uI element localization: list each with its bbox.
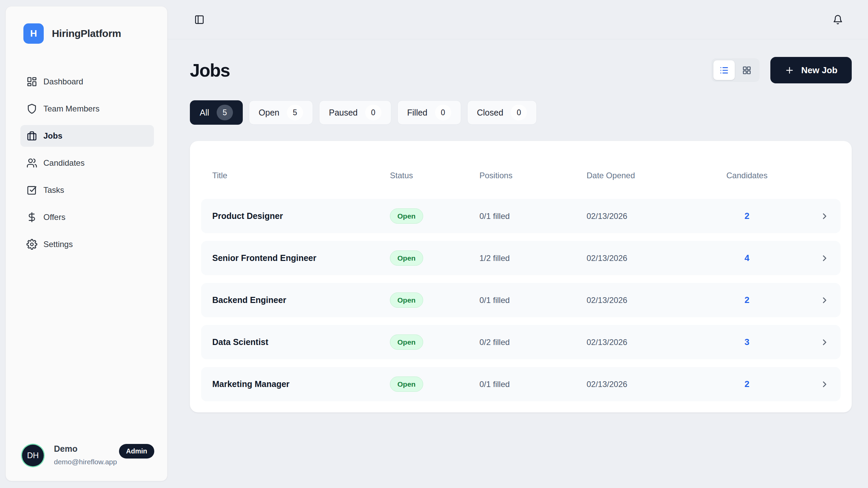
sidebar: H HiringPlatform Dashboard Team Members … xyxy=(5,6,167,481)
plus-icon xyxy=(785,65,794,75)
chevron-right-icon[interactable] xyxy=(820,380,829,389)
positions-filled: 0/2 filled xyxy=(479,338,587,347)
notifications-button[interactable] xyxy=(833,15,843,25)
dollar-icon xyxy=(26,212,37,223)
sidebar-item-label: Offers xyxy=(43,212,65,222)
filter-button[interactable]: Closed 0 xyxy=(467,100,537,125)
sidebar-item-candidates[interactable]: Candidates xyxy=(20,152,154,174)
sidebar-item-label: Jobs xyxy=(43,131,62,141)
chevron-right-icon[interactable] xyxy=(820,253,829,263)
column-header-candidates: Candidates xyxy=(722,171,772,180)
table-body: Product Designer Open 0/1 filled 02/13/2… xyxy=(201,199,841,401)
sidebar-item-settings[interactable]: Settings xyxy=(20,233,154,255)
filter-button[interactable]: Filled 0 xyxy=(397,100,461,125)
date-opened: 02/13/2026 xyxy=(587,338,722,347)
filter-label: Open xyxy=(259,108,279,118)
panel-left-icon xyxy=(194,15,204,25)
gear-icon xyxy=(26,239,37,250)
filter-label: Closed xyxy=(477,108,504,118)
candidates-count-link[interactable]: 2 xyxy=(722,295,772,305)
list-icon xyxy=(719,66,729,75)
user-email: demo@hireflow.app xyxy=(54,458,154,466)
chevron-right-icon[interactable] xyxy=(820,338,829,347)
job-title: Backend Engineer xyxy=(212,295,390,305)
sidebar-item-tasks[interactable]: Tasks xyxy=(20,179,154,201)
filter-count-badge: 5 xyxy=(217,105,233,120)
filter-count-badge: 5 xyxy=(287,105,303,120)
sidebar-item-team-members[interactable]: Team Members xyxy=(20,98,154,120)
sidebar-item-label: Team Members xyxy=(43,104,99,114)
filter-button[interactable]: Paused 0 xyxy=(319,100,391,125)
job-title: Data Scientist xyxy=(212,337,390,347)
main-area: Jobs xyxy=(167,0,868,488)
brand: H HiringPlatform xyxy=(6,6,167,44)
chevron-right-icon[interactable] xyxy=(820,296,829,305)
status-badge: Open xyxy=(390,250,423,266)
avatar: DH xyxy=(22,445,44,466)
status-filters: All 5 Open 5 Paused 0 Filled 0 Closed 0 xyxy=(190,100,852,125)
role-badge: Admin xyxy=(119,444,154,459)
candidates-count-link[interactable]: 4 xyxy=(722,253,772,263)
table-header-row: Title Status Positions Date Opened Candi… xyxy=(201,152,841,199)
table-row[interactable]: Product Designer Open 0/1 filled 02/13/2… xyxy=(201,199,841,233)
sidebar-item-offers[interactable]: Offers xyxy=(20,206,154,228)
app-logo: H xyxy=(23,23,44,44)
table-row[interactable]: Data Scientist Open 0/2 filled 02/13/202… xyxy=(201,325,841,359)
new-job-label: New Job xyxy=(801,65,837,76)
filter-label: All xyxy=(200,108,209,118)
page-title: Jobs xyxy=(190,60,230,81)
date-opened: 02/13/2026 xyxy=(587,211,722,221)
view-toggle xyxy=(711,58,760,82)
status-badge: Open xyxy=(390,377,423,392)
status-badge: Open xyxy=(390,292,423,308)
briefcase-icon xyxy=(26,130,37,141)
list-view-button[interactable] xyxy=(713,60,735,80)
chevron-right-icon[interactable] xyxy=(820,211,829,221)
topbar xyxy=(167,0,868,39)
sidebar-item-label: Candidates xyxy=(43,158,84,168)
column-header-date-opened: Date Opened xyxy=(587,171,722,180)
grid-icon xyxy=(742,66,751,75)
date-opened: 02/13/2026 xyxy=(587,296,722,305)
sidebar-item-label: Tasks xyxy=(43,185,64,195)
bell-icon xyxy=(833,15,843,25)
positions-filled: 0/1 filled xyxy=(479,296,587,305)
filter-count-badge: 0 xyxy=(511,105,527,120)
dashboard-icon xyxy=(26,76,37,87)
filter-button[interactable]: All 5 xyxy=(190,100,243,125)
positions-filled: 0/1 filled xyxy=(479,380,587,389)
user-panel[interactable]: DH Demo demo@hireflow.app Admin xyxy=(22,444,154,466)
positions-filled: 1/2 filled xyxy=(479,253,587,263)
sidebar-toggle-button[interactable] xyxy=(194,15,204,25)
square-check-icon xyxy=(26,185,37,196)
filter-count-badge: 0 xyxy=(435,105,451,120)
status-badge: Open xyxy=(390,334,423,350)
new-job-button[interactable]: New Job xyxy=(770,57,852,83)
column-header-title: Title xyxy=(212,171,390,180)
filter-label: Filled xyxy=(407,108,428,118)
sidebar-item-dashboard[interactable]: Dashboard xyxy=(20,71,154,93)
jobs-table-card: Title Status Positions Date Opened Candi… xyxy=(190,141,852,412)
column-header-status: Status xyxy=(390,171,479,180)
app-name: HiringPlatform xyxy=(52,28,121,39)
candidates-count-link[interactable]: 2 xyxy=(722,211,772,221)
users-icon xyxy=(26,158,37,168)
sidebar-item-label: Settings xyxy=(43,240,73,249)
table-row[interactable]: Backend Engineer Open 0/1 filled 02/13/2… xyxy=(201,283,841,317)
grid-view-button[interactable] xyxy=(736,60,757,80)
table-row[interactable]: Marketing Manager Open 0/1 filled 02/13/… xyxy=(201,367,841,401)
date-opened: 02/13/2026 xyxy=(587,253,722,263)
status-badge: Open xyxy=(390,208,423,224)
sidebar-nav: Dashboard Team Members Jobs Candidates T… xyxy=(20,71,154,255)
filter-button[interactable]: Open 5 xyxy=(249,100,313,125)
positions-filled: 0/1 filled xyxy=(479,211,587,221)
candidates-count-link[interactable]: 2 xyxy=(722,379,772,389)
candidates-count-link[interactable]: 3 xyxy=(722,337,772,347)
shield-icon xyxy=(26,103,37,114)
sidebar-item-jobs[interactable]: Jobs xyxy=(20,125,154,147)
filter-count-badge: 0 xyxy=(365,105,381,120)
job-title: Senior Frontend Engineer xyxy=(212,253,390,263)
table-row[interactable]: Senior Frontend Engineer Open 1/2 filled… xyxy=(201,241,841,275)
column-header-positions: Positions xyxy=(479,171,587,180)
sidebar-item-label: Dashboard xyxy=(43,77,83,86)
